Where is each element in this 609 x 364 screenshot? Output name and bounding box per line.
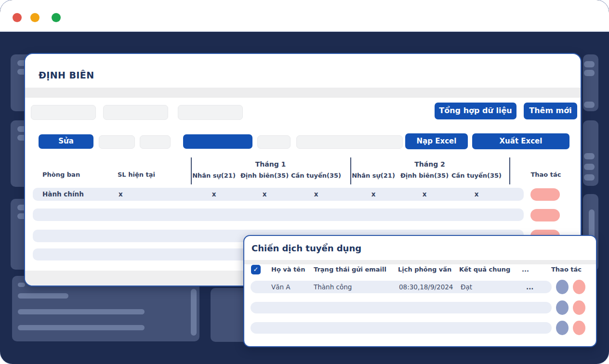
month2-group-header: Tháng 2 (350, 160, 509, 168)
ghost-scrollbar (191, 289, 197, 336)
row-action-button[interactable] (530, 188, 560, 201)
row-view-button[interactable] (556, 321, 569, 335)
more-columns-header: ... (522, 266, 529, 273)
add-new-button[interactable]: Thêm mới (524, 103, 577, 119)
current-count-header: SL hiện tại (118, 171, 155, 178)
ghost-chip (584, 70, 595, 76)
row-delete-button[interactable] (573, 321, 585, 335)
value-cell: x (344, 190, 402, 198)
control-placeholder[interactable] (99, 135, 135, 149)
column-divider (509, 157, 510, 184)
name-header: Họ và tên (271, 266, 305, 273)
month2-hiring-header: Cần tuyển(35) (448, 172, 505, 179)
department-header: Phòng ban (42, 171, 80, 178)
toolbar-strip (25, 88, 581, 98)
select-all-checkbox[interactable]: ✓ (251, 265, 261, 274)
row-delete-button[interactable] (573, 280, 585, 294)
month1-quota-header: Định biên(35) (236, 172, 293, 179)
ghost-chip (584, 153, 595, 159)
blank-primary-button[interactable] (183, 134, 252, 149)
browser-window: ĐỊNH BIÊN Tổng hợp dữ liệu Thêm mới Sửa … (0, 0, 609, 364)
aggregate-data-button[interactable]: Tổng hợp dữ liệu (435, 103, 516, 119)
email-status-cell: Thành công (314, 283, 352, 291)
department-cell: Hành chính (42, 190, 84, 198)
interview-schedule-header: Lịch phỏng vấn (398, 266, 451, 273)
filter-input-2[interactable] (103, 105, 168, 120)
current-count-cell: x (119, 190, 123, 198)
edit-button[interactable]: Sửa (39, 134, 93, 149)
row-delete-button[interactable] (573, 300, 585, 315)
value-cell: x (287, 190, 345, 198)
campaign-title: Chiến dịch tuyển dụng (252, 243, 361, 253)
month1-group-header: Tháng 1 (191, 160, 350, 168)
filter-input-1[interactable] (31, 105, 96, 120)
recruitment-campaign-card: Chiến dịch tuyển dụng ✓ Họ và tên Trạng … (243, 235, 597, 347)
control-placeholder[interactable] (140, 135, 171, 149)
table-row (33, 208, 524, 221)
ghost-chip (584, 102, 595, 108)
month2-staff-header: Nhân sự(21) (344, 172, 402, 179)
row-view-button[interactable] (556, 300, 569, 315)
table-row (251, 322, 552, 334)
value-cell: x (236, 190, 293, 198)
month2-quota-header: Định biên(35) (396, 172, 453, 179)
actions-header: Thao tác (517, 171, 575, 178)
ghost-chip (584, 164, 595, 170)
import-excel-button[interactable]: Nạp Excel (405, 133, 468, 149)
month1-hiring-header: Cần tuyển(35) (287, 172, 345, 179)
filter-input-3[interactable] (178, 105, 243, 120)
row-view-button[interactable] (556, 280, 569, 294)
maximize-window-button[interactable] (52, 13, 61, 22)
close-window-button[interactable] (13, 13, 22, 22)
actions-header: Thao tác (551, 266, 582, 273)
page-title: ĐỊNH BIÊN (39, 70, 94, 80)
value-cell: x (448, 190, 505, 198)
browser-titlebar (0, 0, 609, 32)
interview-cell: 08:30,18/9/2024 (399, 283, 453, 291)
email-status-header: Trạng thái gửi emaill (314, 266, 386, 273)
ghost-chip (18, 283, 25, 287)
value-cell: x (185, 190, 243, 198)
ghost-chip (584, 174, 595, 181)
month1-staff-header: Nhân sự(21) (185, 172, 243, 179)
ghost-text-line (18, 293, 68, 299)
ghost-text-line (18, 325, 145, 330)
row-action-button[interactable] (530, 209, 560, 221)
overall-result-header: Kết quả chung (459, 266, 510, 273)
more-cell: ... (526, 283, 533, 291)
control-placeholder[interactable] (257, 135, 291, 149)
table-row (251, 302, 552, 313)
result-cell: Đạt (461, 283, 472, 291)
ghost-chip (584, 61, 595, 67)
minimize-window-button[interactable] (30, 13, 40, 22)
name-cell: Văn A (271, 283, 291, 291)
value-cell: x (396, 190, 453, 198)
ghost-text-line (18, 309, 145, 314)
search-placeholder[interactable] (296, 135, 403, 149)
export-excel-button[interactable]: Xuất Excel (472, 133, 569, 149)
header-strip (244, 260, 596, 264)
